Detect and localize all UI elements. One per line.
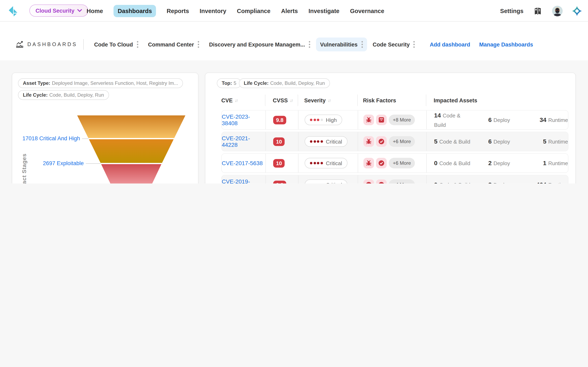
risk-factors-more-badge[interactable]: +8 More	[389, 115, 415, 125]
manage-dashboards-link[interactable]: Manage Dashboards	[479, 42, 533, 48]
registry-icon[interactable]	[376, 115, 387, 125]
user-avatar[interactable]	[552, 6, 563, 16]
table-row[interactable]: CVE-2019-16943 9.8 Critical C +4 More 0 …	[221, 175, 568, 184]
chevron-down-icon	[77, 9, 82, 12]
kebab-menu-icon[interactable]	[137, 41, 138, 48]
kebab-menu-icon[interactable]	[414, 41, 415, 48]
cvss-badge: 9.8	[273, 180, 286, 184]
sort-icon[interactable]: ↓↑	[328, 98, 330, 103]
funnel-label-exploitable[interactable]: 2697 Exploitable	[43, 160, 84, 166]
impact-funnel-chart	[12, 73, 199, 184]
nav-item-settings[interactable]: Settings	[500, 8, 523, 14]
kebab-menu-icon[interactable]	[361, 41, 363, 48]
impacted-deploy: 6 Deploy	[471, 116, 510, 124]
risk-factors-more-badge[interactable]: +6 More	[389, 158, 415, 168]
dashboards-chart-icon	[16, 41, 23, 48]
prisma-cloud-logo-icon[interactable]	[572, 6, 582, 16]
tab-code-security[interactable]: Code Security	[369, 38, 419, 51]
product-switcher-label: Cloud Security	[35, 8, 75, 14]
cve-link[interactable]: CVE-2023-38408	[222, 113, 265, 126]
dashboards-section-label: DASHBOARDS	[16, 41, 77, 48]
impacted-runtime: 464 Runtime	[510, 181, 568, 184]
tab-code-to-cloud[interactable]: Code To Cloud	[90, 38, 142, 51]
severity-pill: Critical	[305, 136, 347, 147]
risk-factors-more-badge[interactable]: +4 More	[389, 179, 415, 184]
c-circle-icon[interactable]: C	[376, 179, 387, 184]
cve-table-header: CVE↓↑ CVSS↓↑ Severity↓↑ Risk Factors Imp…	[205, 95, 575, 106]
svg-text:C: C	[380, 183, 383, 184]
kebab-menu-icon[interactable]	[198, 41, 199, 48]
divider	[83, 39, 84, 50]
check-circle-icon[interactable]	[376, 136, 387, 147]
nav-item-investigate[interactable]: Investigate	[309, 8, 339, 14]
severity-pill: Critical	[305, 179, 347, 184]
nav-right-cluster: Settings	[500, 0, 582, 22]
sort-icon[interactable]: ↓↑	[290, 98, 293, 103]
impacted-deploy: 2 Deploy	[471, 159, 510, 167]
cloud-security-dashboard: Cloud Security Home Dashboards Reports I…	[0, 0, 588, 184]
impacted-deploy: 6 Deploy	[471, 138, 510, 145]
cve-link[interactable]: CVE-2017-5638	[222, 160, 263, 166]
bug-icon[interactable]	[363, 158, 374, 168]
nav-item-compliance[interactable]: Compliance	[237, 8, 270, 14]
table-row[interactable]: CVE-2021-44228 10 Critical +6 More 5 Cod…	[221, 132, 568, 151]
nav-item-governance[interactable]: Governance	[350, 8, 384, 14]
check-circle-icon[interactable]	[376, 158, 387, 168]
nav-item-inventory[interactable]: Inventory	[200, 8, 226, 14]
nav-item-reports[interactable]: Reports	[167, 8, 189, 14]
column-header-severity[interactable]: Severity↓↑	[298, 95, 358, 106]
cve-link[interactable]: CVE-2019-16943	[222, 178, 265, 184]
column-header-cvss[interactable]: CVSS↓↑	[265, 95, 298, 106]
cvss-badge: 10	[273, 137, 285, 146]
table-row[interactable]: CVE-2017-5638 10 Critical +6 More 0 Code…	[221, 153, 568, 173]
add-dashboard-link[interactable]: Add dashboard	[430, 42, 470, 48]
impacted-deploy: 3 Deploy	[471, 181, 510, 184]
app-logo-icon[interactable]	[7, 5, 19, 17]
nav-item-home[interactable]: Home	[86, 8, 103, 14]
cvss-badge: 10	[273, 159, 285, 167]
impacted-code-build: 0 Code & Build	[434, 158, 471, 168]
cve-table-body: CVE-2023-38408 9.8 High +8 More 14 Code …	[205, 110, 575, 184]
cve-link[interactable]: CVE-2021-44228	[222, 135, 265, 148]
table-row[interactable]: CVE-2023-38408 9.8 High +8 More 14 Code …	[221, 110, 568, 130]
tab-command-center[interactable]: Command Center	[144, 38, 203, 51]
funnel-label-critical-and-high[interactable]: 17018 Critical And High	[22, 135, 80, 142]
documentation-book-icon[interactable]	[532, 6, 543, 16]
column-header-risk-factors: Risk Factors	[358, 95, 426, 106]
nav-item-alerts[interactable]: Alerts	[281, 8, 298, 14]
bug-icon[interactable]	[363, 136, 374, 147]
risk-factors-more-badge[interactable]: +6 More	[389, 136, 415, 147]
funnel-segment-patchable	[101, 164, 162, 184]
impact-funnel-card: Asset Type: Deployed Image, Serverless F…	[12, 73, 199, 184]
column-header-cve[interactable]: CVE↓↑	[221, 95, 265, 106]
impacted-runtime: 5 Runtime	[510, 138, 568, 145]
sort-icon[interactable]: ↓↑	[235, 98, 237, 103]
top-cves-card: Top: 5 Life Cycle: Code, Build, Deploy, …	[205, 73, 576, 184]
impacted-runtime: 1 Runtime	[510, 159, 568, 167]
tab-vulnerabilities[interactable]: Vulnerabilities	[316, 38, 367, 51]
bug-icon[interactable]	[363, 115, 374, 125]
main-nav: Home Dashboards Reports Inventory Compli…	[86, 0, 384, 22]
filter-chip-life-cycle[interactable]: Life Cycle: Code, Build, Deploy, Run	[239, 78, 330, 88]
top-navbar: Cloud Security Home Dashboards Reports I…	[0, 0, 588, 22]
funnel-segment-exploitable	[89, 139, 174, 164]
product-switcher[interactable]: Cloud Security	[29, 4, 88, 17]
impacted-code-build: 5 Code & Build	[434, 137, 471, 146]
impacted-code-build: 14 Code & Build	[434, 110, 471, 129]
dashboards-bar: DASHBOARDS Code To Cloud Command Center …	[16, 34, 533, 55]
kebab-menu-icon[interactable]	[309, 41, 310, 48]
severity-pill: High	[305, 115, 342, 125]
filter-chip-top[interactable]: Top: 5	[217, 78, 241, 88]
check-circle-icon[interactable]	[363, 179, 374, 184]
impacted-code-build: 0 Code & Build	[434, 180, 471, 184]
tab-discovery-exposure[interactable]: Discovery and Exposure Managem...	[205, 38, 314, 51]
cvss-badge: 9.8	[273, 116, 286, 124]
nav-item-dashboards[interactable]: Dashboards	[114, 5, 156, 17]
column-header-impacted-assets: Impacted Assets	[426, 95, 568, 106]
severity-pill: Critical	[305, 158, 347, 168]
funnel-segment-critical-and-high	[77, 115, 185, 139]
impacted-runtime: 34 Runtime	[510, 116, 568, 124]
